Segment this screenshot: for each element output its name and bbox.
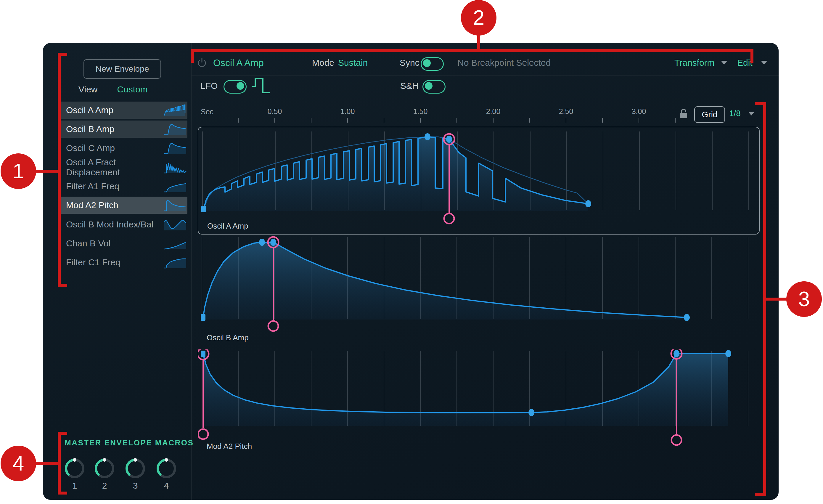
ruler-unit-label: Sec [201,108,213,116]
sample-hold-toggle[interactable] [423,80,446,94]
app-window: New Envelope View Custom Oscil A Amp Osc… [43,43,779,500]
envelope-item-label: Oscil C Amp [60,143,164,153]
envelope-list-item-oscil-c-amp[interactable]: Oscil C Amp [60,140,187,157]
sustain-marker-handle[interactable] [198,429,208,439]
transform-menu[interactable]: Transform [674,58,715,68]
new-envelope-button[interactable]: New Envelope [84,59,161,79]
breakpoint-dot[interactable] [684,314,690,321]
ruler-tick-label: 1.00 [333,107,362,116]
macro-knob-label: 3 [124,481,147,491]
grid-button[interactable]: Grid [694,106,725,123]
screenshot-stage: New Envelope View Custom Oscil A Amp Osc… [0,0,823,504]
square-wave-icon [251,76,274,95]
annotation-bracket-1-arm [58,284,67,287]
envelope-list-item-oscil-b-amp[interactable]: Oscil B Amp [60,121,187,138]
graph-label: Oscil B Amp [207,333,249,342]
envelope-list-item-chan-b-vol[interactable]: Chan B Vol [60,235,187,252]
envelope-thumbnail [164,199,187,212]
macro-knob-1[interactable] [63,457,87,480]
envelope-thumbnail [164,123,187,136]
envelope-thumbnail [164,161,187,174]
breakpoint-dot[interactable] [673,350,679,357]
envelope-name: Oscil A Amp [213,57,264,68]
ruler-tick-label: 2.00 [478,107,508,116]
envelope-list-item-filter-a1-freq[interactable]: Filter A1 Freq [60,178,187,195]
annotation-badge-3: 3 [786,281,822,317]
breakpoint-status: No Breakpoint Selected [457,58,551,68]
sidebar-divider [191,43,191,500]
envelope-list-item-mod-a2-pitch[interactable]: Mod A2 Pitch [60,197,187,214]
envelope-item-label: Filter C1 Freq [60,257,164,268]
grid-division-caret-icon[interactable] [748,112,755,116]
ruler-tick-label: 0.50 [260,107,290,116]
power-icon[interactable] [197,58,207,68]
annotation-bracket-4-arm [58,492,67,495]
breakpoint-dot[interactable] [270,239,276,246]
sync-label: Sync [400,58,420,68]
breakpoint-square[interactable] [201,314,205,321]
ruler-tick-label: 1.50 [405,107,435,116]
sync-toggle[interactable] [421,57,444,71]
graph-label: Mod A2 Pitch [207,442,252,451]
annotation-bracket-1-arm [58,53,67,56]
envelope-thumbnail [164,237,187,250]
breakpoint-square[interactable] [201,206,206,212]
envelope-graph-oscil-a-amp[interactable]: Oscil A Amp [198,127,760,234]
envelope-item-label: Oscil A Fract Displacement [60,157,164,177]
envelope-curve-mod-a2-pitch[interactable] [198,349,760,453]
breakpoint-dot[interactable] [585,200,591,207]
envelope-thumbnail [164,218,187,231]
breakpoint-dot[interactable] [528,409,534,416]
envelope-list-item-oscil-a-amp[interactable]: Oscil A Amp [60,102,187,119]
annotation-bracket-2-arm [751,49,754,63]
macro-knob-2[interactable] [93,457,116,480]
envelope-list-item-oscil-b-mod[interactable]: Oscil B Mod Index/Bal [60,216,187,233]
envelope-graph-mod-a2-pitch[interactable]: Mod A2 Pitch [198,349,760,453]
macro-knob-3[interactable] [124,457,147,480]
annotation-badge-1: 1 [1,153,36,189]
mode-value[interactable]: Sustain [338,58,368,68]
sustain-marker-handle[interactable] [671,435,681,445]
breakpoint-dot[interactable] [446,136,452,143]
envelope-thumbnail [164,256,187,269]
envelope-list-item-filter-c1-freq[interactable]: Filter C1 Freq [60,254,187,271]
breakpoint-dot[interactable] [259,239,265,246]
annotation-connector-4 [35,462,58,465]
toolbar-divider [191,75,779,76]
annotation-bracket-3-arm [755,493,766,496]
annotation-bracket-3-arm [755,102,766,105]
breakpoint-dot[interactable] [725,350,731,357]
envelope-curve-oscil-a-amp[interactable] [198,127,760,235]
graph-label: Oscil A Amp [207,221,249,231]
sample-hold-label: S&H [400,81,419,91]
grid-division-value[interactable]: 1/8 [729,109,741,118]
envelope-item-label: Oscil B Amp [60,124,164,134]
ruler-tick-label: 2.50 [551,107,581,116]
sustain-marker-handle[interactable] [268,321,278,331]
macro-knob-label: 1 [63,481,87,491]
envelope-graph-oscil-b-amp[interactable]: Oscil B Amp [198,235,760,345]
lfo-label: LFO [200,81,217,91]
edit-caret-icon[interactable] [761,61,767,64]
breakpoint-dot[interactable] [425,133,431,140]
sustain-marker-handle[interactable] [444,213,454,223]
envelope-curve-oscil-b-amp[interactable] [198,235,760,345]
transform-caret-icon[interactable] [721,61,727,64]
breakpoint-square[interactable] [201,351,205,357]
annotation-bracket-3 [763,102,766,496]
envelope-list-item-oscil-a-fract[interactable]: Oscil A Fract Displacement [60,159,187,176]
tab-custom[interactable]: Custom [117,85,147,95]
annotation-connector-3 [766,298,787,301]
tab-view[interactable]: View [78,85,98,95]
lock-icon[interactable] [678,108,689,119]
envelope-thumbnail [164,180,187,193]
lfo-toggle[interactable] [223,80,246,94]
edit-menu[interactable]: Edit [737,58,753,68]
macro-knob-4[interactable] [155,457,178,480]
macro-knob-label: 4 [155,481,178,491]
envelope-item-label: Oscil A Amp [60,105,164,115]
annotation-bracket-4-arm [58,432,67,435]
annotation-badge-2: 2 [461,0,496,35]
macro-knob-label: 2 [93,481,116,491]
envelope-thumbnail [164,104,187,117]
